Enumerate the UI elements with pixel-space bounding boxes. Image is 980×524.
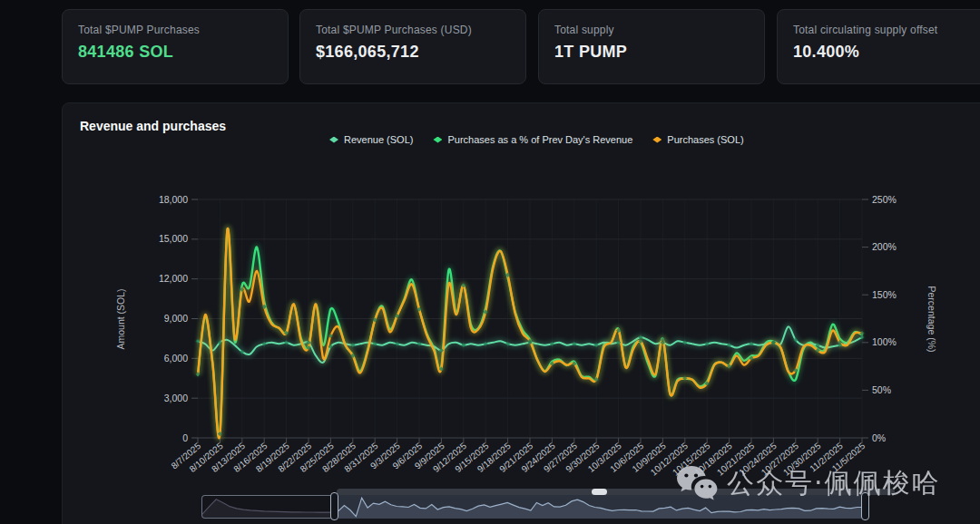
svg-text:6,000: 6,000 (164, 353, 188, 364)
svg-text:0%: 0% (872, 432, 886, 443)
brush-selected-region[interactable] (338, 495, 863, 519)
svg-text:9,000: 9,000 (164, 313, 188, 324)
svg-text:100%: 100% (872, 336, 897, 347)
svg-text:18,000: 18,000 (159, 194, 188, 205)
svg-text:250%: 250% (872, 194, 897, 205)
svg-text:15,000: 15,000 (159, 233, 188, 244)
brush-unselected-region[interactable] (201, 495, 334, 519)
svg-text:Amount (SOL): Amount (SOL) (115, 288, 126, 349)
revenue-purchases-chart-plot[interactable]: 8/7/20258/10/20258/13/20258/16/20258/19/… (0, 0, 980, 524)
svg-text:150%: 150% (872, 289, 897, 300)
svg-text:200%: 200% (872, 241, 897, 252)
brush-right-grip[interactable] (861, 492, 869, 520)
svg-text:3,000: 3,000 (164, 393, 188, 403)
chart-scrollbar-track[interactable] (337, 489, 895, 495)
chart-scrollbar-grip[interactable] (592, 489, 607, 495)
brush-selected-sparkline (338, 495, 863, 519)
svg-text:50%: 50% (872, 384, 891, 395)
svg-text:Percentage (%): Percentage (%) (926, 286, 937, 353)
svg-text:0: 0 (182, 432, 188, 443)
brush-history-sparkline (202, 496, 333, 518)
svg-text:12,000: 12,000 (159, 273, 188, 284)
brush-left-grip[interactable] (330, 492, 338, 520)
